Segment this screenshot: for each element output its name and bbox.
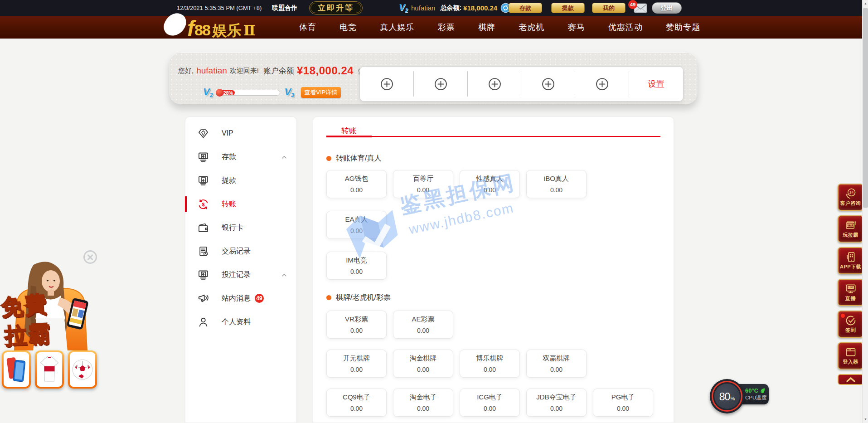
wallet-card[interactable]: iBO真人0.00 — [526, 170, 587, 198]
wallet-card[interactable]: EA真人0.00 — [326, 211, 387, 239]
nav-item-live-casino[interactable]: 真人娱乐 — [380, 22, 415, 33]
sidebar-item-profile[interactable]: 个人资料 — [185, 310, 296, 334]
bullet-icon — [326, 156, 331, 161]
wallet-name: 双赢棋牌 — [543, 354, 570, 363]
wallet-card[interactable]: 淘金棋牌0.00 — [393, 350, 453, 378]
vip-detail-button[interactable]: 查看VIP详情 — [301, 87, 341, 98]
wallet-balance: 0.00 — [417, 405, 429, 412]
wallet-card[interactable]: 双赢棋牌0.00 — [526, 350, 587, 378]
logo-suffix: Ⅱ — [243, 24, 256, 37]
scroll-down-arrow[interactable]: ▼ — [863, 416, 868, 423]
wallet-card[interactable]: 博乐棋牌0.00 — [460, 350, 520, 378]
floatbar-launcher-button[interactable]: 登入器 — [838, 342, 863, 370]
sidebar-item-site-message[interactable]: 站内消息49 — [185, 287, 296, 310]
deposit-button[interactable]: 存款 — [509, 3, 542, 13]
wallet-card[interactable]: 性感真人0.00 — [460, 170, 520, 198]
vip-progress-row: V2 28% V3 查看VIP详情 — [203, 87, 341, 98]
wallet-card-row: 开元棋牌0.00淘金棋牌0.00博乐棋牌0.00双赢棋牌0.00 — [326, 350, 660, 378]
nav-item-sponsorship[interactable]: 赞助专题 — [666, 22, 700, 33]
site-logo[interactable]: f88娱乐Ⅱ — [166, 16, 256, 39]
scroll-top-button[interactable] — [838, 374, 863, 385]
settings-button[interactable]: 设置 — [648, 78, 664, 89]
phone-prize-icon — [5, 354, 28, 385]
scrollbar-thumb[interactable] — [863, 8, 868, 208]
add-wallet-button-1[interactable] — [360, 67, 414, 101]
nav-item-promotions[interactable]: 优惠活动 — [608, 22, 643, 33]
page: 12/3/2021 5:35:35 PM (GMT +8) 联盟合作 立即升等 … — [0, 0, 868, 423]
sidebar-item-withdraw[interactable]: 提款 — [185, 169, 296, 192]
nav-item-sports[interactable]: 体育 — [299, 22, 316, 33]
promo-prizes — [2, 350, 98, 389]
wallet-card[interactable]: JDB夺宝电子0.00 — [526, 389, 587, 417]
transfer-content: 转账体育/真人AG钱包0.00百尊厅0.00性感真人0.00iBO真人0.00E… — [326, 153, 660, 417]
sidebar-item-label: 交易记录 — [222, 247, 251, 256]
wallet-card[interactable]: 百尊厅0.00 — [393, 170, 453, 198]
nav-item-chess-cards[interactable]: 棋牌 — [478, 22, 495, 33]
floatbar-customer-service-button[interactable]: 24客户咨询 — [838, 184, 863, 211]
floatbar-play-slots-button[interactable]: 777玩拉霸 — [838, 215, 863, 243]
total-balance-label: 总余额: — [440, 4, 461, 12]
active-indicator — [185, 196, 187, 212]
total-balance-value: ¥18,000.24 — [463, 4, 497, 12]
sidebar-item-vip[interactable]: VIP — [185, 122, 296, 145]
chevron-up-icon — [281, 272, 287, 278]
alliance-link[interactable]: 联盟合作 — [272, 0, 297, 16]
greeting-suffix: 欢迎回来! — [230, 67, 259, 75]
wallet-card[interactable]: VR彩票0.00 — [326, 311, 387, 339]
logout-button[interactable]: 登出 — [652, 2, 682, 14]
plus-circle-icon — [595, 77, 609, 91]
wallet-card[interactable]: 淘金电子0.00 — [393, 389, 453, 417]
wallet-balance: 0.00 — [350, 227, 363, 234]
add-wallet-button-2[interactable] — [414, 67, 468, 101]
sidebar-item-transaction-record[interactable]: 交易记录 — [185, 239, 296, 263]
prize-football-thumbnail[interactable] — [68, 350, 97, 389]
wallet-balance: 0.00 — [350, 366, 363, 373]
sidebar-item-transfer[interactable]: $转账 — [185, 192, 296, 216]
wallet-card[interactable]: PG电子0.00 — [593, 389, 653, 417]
wallet-card[interactable]: CQ9电子0.00 — [326, 389, 387, 417]
jersey-prize-icon — [38, 354, 61, 385]
tab-bar: 转账 — [326, 117, 660, 136]
upgrade-now-button[interactable]: 立即升等 — [309, 1, 363, 15]
add-wallet-button-4[interactable] — [521, 67, 575, 101]
main-nav: f88娱乐Ⅱ 体育电竞真人娱乐彩票棋牌老虎机赛马优惠活动赞助专题 — [0, 16, 868, 39]
wallet-card[interactable]: AG钱包0.00 — [326, 170, 387, 198]
sidebar-item-label: 站内消息 — [222, 294, 251, 303]
wallet-card[interactable]: IM电竞0.00 — [326, 252, 387, 280]
promo-slogan-line2: 拉霸 — [4, 319, 52, 351]
sidebar-item-bet-record[interactable]: 投注记录 — [185, 263, 296, 287]
wallet-card[interactable]: 开元棋牌0.00 — [326, 350, 387, 378]
prize-phone-thumbnail[interactable] — [2, 350, 31, 389]
scrollbar[interactable]: ▲ ▼ — [862, 0, 868, 423]
nav-item-slots[interactable]: 老虎机 — [519, 22, 544, 33]
sidebar-item-bank-card[interactable]: 银行卡 — [185, 216, 296, 239]
tab-transfer[interactable]: 转账 — [341, 126, 357, 136]
wallet-card[interactable]: AE彩票0.00 — [393, 311, 453, 339]
wallet-card[interactable]: ICG电子0.00 — [460, 389, 520, 417]
withdraw-icon — [197, 175, 209, 187]
sidebar-item-label: 提款 — [222, 176, 236, 185]
wallet-card-row: CQ9电子0.00淘金电子0.00ICG电子0.00JDB夺宝电子0.00PG电… — [326, 389, 660, 417]
close-promo-button[interactable] — [83, 250, 97, 264]
prize-jersey-thumbnail[interactable] — [35, 350, 64, 389]
sidebar-item-label: 存款 — [222, 152, 236, 162]
wallet-name: 淘金电子 — [410, 393, 437, 402]
mail-icon[interactable]: 49 — [634, 3, 647, 13]
nav-item-horse-racing[interactable]: 赛马 — [568, 22, 585, 33]
sidebar-item-deposit[interactable]: 存款 — [185, 145, 296, 169]
withdraw-button[interactable]: 提款 — [551, 3, 585, 13]
banner-username: hufatian — [196, 66, 227, 76]
nav-item-lottery[interactable]: 彩票 — [438, 22, 455, 33]
floatbar-live-stream-button[interactable]: LIVE直播 — [838, 279, 863, 306]
nav-item-esports[interactable]: 电竞 — [339, 22, 357, 33]
scroll-up-arrow[interactable]: ▲ — [863, 0, 868, 7]
add-wallet-button-5[interactable] — [575, 67, 629, 101]
floatbar-daily-sign-in-button[interactable]: 签到 — [838, 311, 863, 338]
wallet-name: AE彩票 — [412, 315, 434, 324]
my-account-button[interactable]: 我的 — [592, 3, 626, 13]
floatbar-app-download-button[interactable]: APP下载 — [838, 247, 863, 274]
plus-circle-icon — [488, 77, 502, 91]
add-wallet-button-3[interactable] — [468, 67, 522, 101]
welcome-line: 您好, hufatian 欢迎回来! 账户余额 ¥18,000.24 — [178, 64, 365, 77]
quick-actions-panel: 设置 — [359, 66, 684, 102]
